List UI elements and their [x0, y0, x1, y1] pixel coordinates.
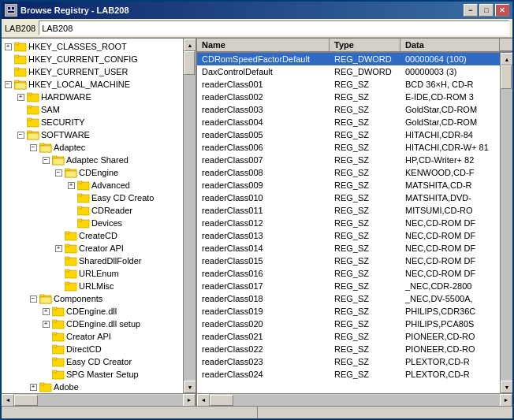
table-row[interactable]: readerClass001 REG_SZ BCD 36×H, CD-R: [197, 78, 500, 91]
tree-scrollbar-h[interactable]: ◄ ►: [2, 393, 196, 406]
tree-item-hkey_classes_root[interactable]: + HKEY_CLASSES_ROOT: [2, 40, 183, 53]
tree-item-easy_cd_creator[interactable]: Easy CD Creato: [2, 191, 183, 204]
tree-item-adaptec[interactable]: − Adaptec: [2, 141, 183, 154]
tree-item-hkey_current_user[interactable]: HKEY_CURRENT_USER: [2, 65, 183, 78]
tree-scrollbar-v[interactable]: ▲ ▼: [183, 39, 196, 393]
table-row[interactable]: readerClass013 REG_SZ NEC,CD-ROM DF: [197, 229, 500, 242]
expander-hardware[interactable]: +: [14, 91, 27, 103]
table-scroll-track-h[interactable]: [210, 395, 500, 406]
table-scroll-thumb-h[interactable]: [210, 395, 233, 406]
table-row[interactable]: readerClass003 REG_SZ GoldStar,CD-ROM: [197, 103, 500, 116]
tree-item-hkey_local_machine[interactable]: − HKEY_LOCAL_MACHINE: [2, 78, 183, 91]
table-row[interactable]: readerClass020 REG_SZ PHILIPS,PCA80S: [197, 318, 500, 330]
col-header-name[interactable]: Name: [197, 39, 330, 51]
tree-item-cdreader[interactable]: CDReader: [2, 204, 183, 217]
tree-item-advanced[interactable]: + Advanced: [2, 179, 183, 191]
tree-item-hkey_current_config[interactable]: HKEY_CURRENT_CONFIG: [2, 53, 183, 65]
col-header-type[interactable]: Type: [330, 39, 400, 51]
table-row[interactable]: readerClass007 REG_SZ HP,CD-Writer+ 82: [197, 154, 500, 166]
expander-cdengine[interactable]: −: [52, 166, 65, 179]
table-row[interactable]: readerClass019 REG_SZ PHILIPS,CDR36C: [197, 305, 500, 318]
tree-item-spg_master_setup[interactable]: SPG Master Setup: [2, 368, 183, 381]
table-scroll-left-btn[interactable]: ◄: [197, 394, 210, 407]
close-button[interactable]: ✕: [495, 4, 509, 17]
tree-scroll-right-btn[interactable]: ►: [183, 394, 196, 407]
table-row[interactable]: readerClass018 REG_SZ _NEC,DV-5500A,: [197, 292, 500, 305]
cell-data: MATSHITA,CD-R: [400, 180, 500, 190]
cell-type: REG_SZ: [330, 218, 400, 228]
expander-hkey_classes_root[interactable]: +: [2, 40, 14, 53]
expander-adaptec[interactable]: −: [27, 141, 39, 154]
table-row[interactable]: readerClass002 REG_SZ E-IDE,CD-ROM 3: [197, 91, 500, 103]
table-scroll-right-btn[interactable]: ►: [500, 394, 512, 407]
table-row[interactable]: readerClass015 REG_SZ NEC,CD-ROM DF: [197, 255, 500, 267]
table-scroll-down-btn[interactable]: ▼: [501, 381, 512, 393]
table-scroll-up-btn[interactable]: ▲: [501, 53, 512, 65]
tree-scroll-track-h[interactable]: [14, 395, 183, 406]
table-row[interactable]: readerClass011 REG_SZ MITSUMI,CD-RO: [197, 204, 500, 217]
minimize-button[interactable]: −: [464, 4, 478, 17]
table-scroll-track-v[interactable]: [501, 65, 512, 381]
table-row[interactable]: CDRomSpeedFactorDefault REG_DWORD 000000…: [197, 53, 500, 65]
tree-item-cdengine_dll[interactable]: + CDEngine.dll: [2, 305, 183, 318]
expander-components[interactable]: −: [27, 292, 39, 305]
tree-item-security[interactable]: SECURITY: [2, 116, 183, 128]
table-row[interactable]: readerClass008 REG_SZ KENWOOD,CD-F: [197, 166, 500, 179]
expander-hkey_local_machine[interactable]: −: [2, 78, 14, 91]
tree-item-shareddllfolder[interactable]: SharedDllFolder: [2, 255, 183, 267]
tree-item-cdengine[interactable]: − CDEngine: [2, 166, 183, 179]
tree-item-devices[interactable]: Devices: [2, 217, 183, 229]
tree-scroll-left-btn[interactable]: ◄: [2, 394, 14, 407]
tree-scroll-thumb-v[interactable]: [184, 51, 195, 75]
tree-item-adobe[interactable]: + Adobe: [2, 381, 183, 393]
maximize-button[interactable]: □: [479, 4, 494, 17]
tree-item-cdengine_dll_setup[interactable]: + CDEngine.dll setup: [2, 318, 183, 330]
table-row[interactable]: readerClass010 REG_SZ MATSHITA,DVD-: [197, 191, 500, 204]
tree-item-creator_api[interactable]: + Creator API: [2, 242, 183, 255]
tree-item-urlmisc[interactable]: URLMisc: [2, 280, 183, 292]
table-row[interactable]: readerClass023 REG_SZ PLEXTOR,CD-R: [197, 355, 500, 368]
table-row[interactable]: readerClass024 REG_SZ PLEXTOR,CD-R: [197, 368, 500, 381]
folder-icon-hardware: [27, 91, 39, 102]
tree-item-components[interactable]: − Components: [2, 292, 183, 305]
table-row[interactable]: readerClass005 REG_SZ HITACHI,CDR-84: [197, 128, 500, 141]
tree-item-createcd[interactable]: CreateCD: [2, 229, 183, 242]
table-row[interactable]: readerClass012 REG_SZ NEC,CD-ROM DF: [197, 217, 500, 229]
expander-software[interactable]: −: [14, 128, 27, 141]
table-row[interactable]: readerClass017 REG_SZ _NEC,CDR-2800: [197, 280, 500, 292]
table-row[interactable]: DaxControlDefault REG_DWORD 00000003 (3): [197, 65, 500, 78]
table-scroll-thumb-v[interactable]: [501, 65, 512, 89]
tree-scroll-down-btn[interactable]: ▼: [184, 381, 196, 393]
tree-scroll-thumb-h[interactable]: [14, 395, 38, 406]
table-row[interactable]: readerClass022 REG_SZ PIONEER,CD-RO: [197, 343, 500, 355]
tree-item-adaptec_shared[interactable]: − Adaptec Shared: [2, 154, 183, 166]
expander-cdengine_dll_setup[interactable]: +: [39, 318, 52, 330]
tree-item-creator_api2[interactable]: Creator API: [2, 330, 183, 343]
table-row[interactable]: readerClass006 REG_SZ HITACHI,CDR-W+ 81: [197, 141, 500, 154]
expander-advanced[interactable]: +: [65, 179, 77, 191]
tree-item-hardware[interactable]: + HARDWARE: [2, 91, 183, 103]
address-input[interactable]: [39, 20, 509, 35]
tree-item-sam[interactable]: SAM: [2, 103, 183, 116]
table-row[interactable]: readerClass014 REG_SZ NEC,CD-ROM DF: [197, 242, 500, 255]
tree-item-directcd[interactable]: DirectCD: [2, 343, 183, 355]
table-row[interactable]: readerClass016 REG_SZ NEC,CD-ROM DF: [197, 267, 500, 280]
table-row[interactable]: readerClass021 REG_SZ PIONEER,CD-RO: [197, 330, 500, 343]
col-header-data[interactable]: Data: [400, 39, 500, 51]
expander-adobe[interactable]: +: [27, 381, 39, 393]
expander-creator_api[interactable]: +: [52, 242, 65, 255]
table-row[interactable]: readerClass004 REG_SZ GoldStar,CD-ROM: [197, 116, 500, 128]
tree-item-easy_cd_creator2[interactable]: Easy CD Creator: [2, 355, 183, 368]
tree-item-urlenum[interactable]: URLEnum: [2, 267, 183, 280]
expander-adaptec_shared[interactable]: −: [39, 154, 52, 166]
tree-label-urlenum: URLEnum: [79, 269, 119, 278]
table-scrollbar-v[interactable]: ▲ ▼: [500, 53, 512, 393]
tree-scroll-track-v[interactable]: [184, 51, 196, 381]
expander-cdengine_dll[interactable]: +: [39, 305, 52, 318]
table-scrollbar-h[interactable]: ◄ ►: [197, 393, 512, 406]
tree-item-software[interactable]: − SOFTWARE: [2, 128, 183, 141]
svg-rect-63: [52, 370, 57, 373]
tree-scroll-up-btn[interactable]: ▲: [184, 39, 196, 51]
cell-type: REG_SZ: [330, 193, 400, 203]
table-row[interactable]: readerClass009 REG_SZ MATSHITA,CD-R: [197, 179, 500, 191]
